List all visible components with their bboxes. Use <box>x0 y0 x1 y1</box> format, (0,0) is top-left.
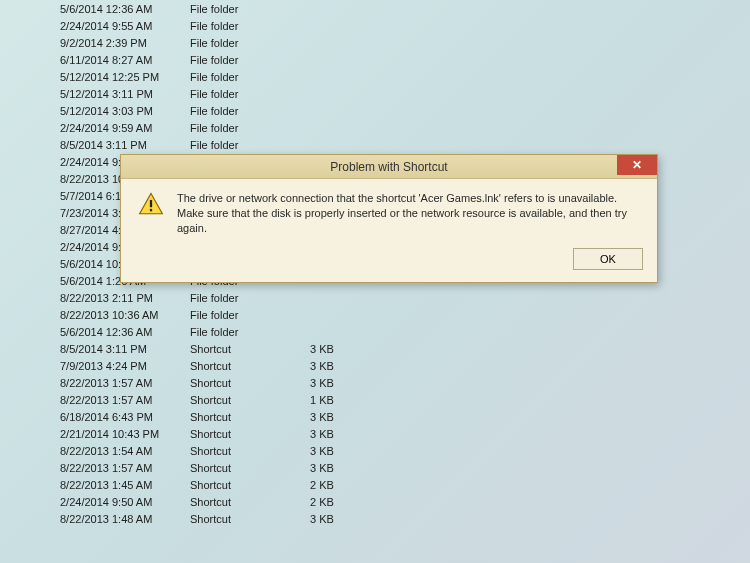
file-date: 7/9/2013 4:24 PM <box>60 360 190 372</box>
file-row[interactable]: 5/6/2014 12:36 AMFile folder <box>60 0 750 17</box>
file-date: 8/22/2013 1:54 AM <box>60 445 190 457</box>
file-row[interactable]: 2/24/2014 9:59 AMFile folder <box>60 119 750 136</box>
ok-button[interactable]: OK <box>573 248 643 270</box>
file-row[interactable]: 5/12/2014 3:11 PMFile folder <box>60 85 750 102</box>
dialog-title-text: Problem with Shortcut <box>330 160 447 174</box>
file-date: 8/22/2013 1:57 AM <box>60 394 190 406</box>
file-date: 8/5/2014 3:11 PM <box>60 139 190 151</box>
file-type: File folder <box>190 37 310 49</box>
file-row[interactable]: 5/12/2014 12:25 PMFile folder <box>60 68 750 85</box>
file-type: Shortcut <box>190 394 310 406</box>
file-type: Shortcut <box>190 513 310 525</box>
close-button[interactable]: ✕ <box>617 155 657 175</box>
file-row[interactable]: 8/22/2013 10:36 AMFile folder <box>60 306 750 323</box>
file-type: File folder <box>190 309 310 321</box>
file-size: 3 KB <box>310 343 370 355</box>
file-row[interactable]: 8/22/2013 1:57 AMShortcut3 KB <box>60 459 750 476</box>
file-date: 8/22/2013 1:45 AM <box>60 479 190 491</box>
file-date: 8/22/2013 10:36 AM <box>60 309 190 321</box>
file-date: 2/24/2014 9:59 AM <box>60 122 190 134</box>
file-size: 3 KB <box>310 462 370 474</box>
file-size: 3 KB <box>310 411 370 423</box>
file-size: 3 KB <box>310 445 370 457</box>
file-row[interactable]: 8/5/2014 3:11 PMShortcut3 KB <box>60 340 750 357</box>
file-size: 3 KB <box>310 428 370 440</box>
dialog-titlebar[interactable]: Problem with Shortcut ✕ <box>121 155 657 179</box>
file-row[interactable]: 7/9/2013 4:24 PMShortcut3 KB <box>60 357 750 374</box>
close-icon: ✕ <box>632 158 642 172</box>
file-date: 8/5/2014 3:11 PM <box>60 343 190 355</box>
file-row[interactable]: 8/5/2014 3:11 PMFile folder <box>60 136 750 153</box>
file-type: Shortcut <box>190 377 310 389</box>
file-size: 3 KB <box>310 513 370 525</box>
file-type: Shortcut <box>190 428 310 440</box>
file-date: 5/12/2014 3:11 PM <box>60 88 190 100</box>
svg-rect-2 <box>150 209 152 211</box>
file-row[interactable]: 8/22/2013 1:57 AMShortcut1 KB <box>60 391 750 408</box>
file-type: Shortcut <box>190 445 310 457</box>
dialog-message: The drive or network connection that the… <box>177 191 641 236</box>
file-row[interactable]: 5/6/2014 12:36 AMFile folder <box>60 323 750 340</box>
file-date: 6/18/2014 6:43 PM <box>60 411 190 423</box>
file-size: 2 KB <box>310 479 370 491</box>
file-date: 8/22/2013 2:11 PM <box>60 292 190 304</box>
file-date: 5/6/2014 12:36 AM <box>60 326 190 338</box>
file-row[interactable]: 8/22/2013 1:45 AMShortcut2 KB <box>60 476 750 493</box>
file-date: 9/2/2014 2:39 PM <box>60 37 190 49</box>
file-row[interactable]: 6/18/2014 6:43 PMShortcut3 KB <box>60 408 750 425</box>
file-date: 8/22/2013 1:57 AM <box>60 377 190 389</box>
file-type: Shortcut <box>190 479 310 491</box>
file-date: 5/12/2014 12:25 PM <box>60 71 190 83</box>
file-row[interactable]: 8/22/2013 1:57 AMShortcut3 KB <box>60 374 750 391</box>
file-type: File folder <box>190 20 310 32</box>
file-date: 8/22/2013 1:48 AM <box>60 513 190 525</box>
file-type: File folder <box>190 292 310 304</box>
file-size: 3 KB <box>310 360 370 372</box>
file-date: 2/21/2014 10:43 PM <box>60 428 190 440</box>
file-type: File folder <box>190 326 310 338</box>
file-type: File folder <box>190 88 310 100</box>
file-row[interactable]: 5/12/2014 3:03 PMFile folder <box>60 102 750 119</box>
file-type: File folder <box>190 3 310 15</box>
file-row[interactable]: 9/2/2014 2:39 PMFile folder <box>60 34 750 51</box>
file-size: 1 KB <box>310 394 370 406</box>
file-date: 8/22/2013 1:57 AM <box>60 462 190 474</box>
file-date: 6/11/2014 8:27 AM <box>60 54 190 66</box>
dialog-body: The drive or network connection that the… <box>121 179 657 248</box>
file-date: 5/6/2014 12:36 AM <box>60 3 190 15</box>
file-row[interactable]: 6/11/2014 8:27 AMFile folder <box>60 51 750 68</box>
file-type: File folder <box>190 122 310 134</box>
file-row[interactable]: 2/21/2014 10:43 PMShortcut3 KB <box>60 425 750 442</box>
file-date: 2/24/2014 9:55 AM <box>60 20 190 32</box>
file-size: 3 KB <box>310 377 370 389</box>
file-type: File folder <box>190 54 310 66</box>
file-row[interactable]: 8/22/2013 1:54 AMShortcut3 KB <box>60 442 750 459</box>
dialog-footer: OK <box>121 248 657 282</box>
file-type: Shortcut <box>190 462 310 474</box>
file-type: Shortcut <box>190 343 310 355</box>
file-date: 5/12/2014 3:03 PM <box>60 105 190 117</box>
file-row[interactable]: 8/22/2013 2:11 PMFile folder <box>60 289 750 306</box>
svg-rect-1 <box>150 200 152 207</box>
file-type: File folder <box>190 105 310 117</box>
file-row[interactable]: 8/22/2013 1:48 AMShortcut3 KB <box>60 510 750 527</box>
file-type: File folder <box>190 71 310 83</box>
file-type: File folder <box>190 139 310 151</box>
file-size: 2 KB <box>310 496 370 508</box>
warning-icon <box>137 191 165 236</box>
file-row[interactable]: 2/24/2014 9:50 AMShortcut2 KB <box>60 493 750 510</box>
file-date: 2/24/2014 9:50 AM <box>60 496 190 508</box>
file-row[interactable]: 2/24/2014 9:55 AMFile folder <box>60 17 750 34</box>
error-dialog: Problem with Shortcut ✕ The drive or net… <box>120 154 658 283</box>
file-type: Shortcut <box>190 360 310 372</box>
file-type: Shortcut <box>190 411 310 423</box>
file-type: Shortcut <box>190 496 310 508</box>
